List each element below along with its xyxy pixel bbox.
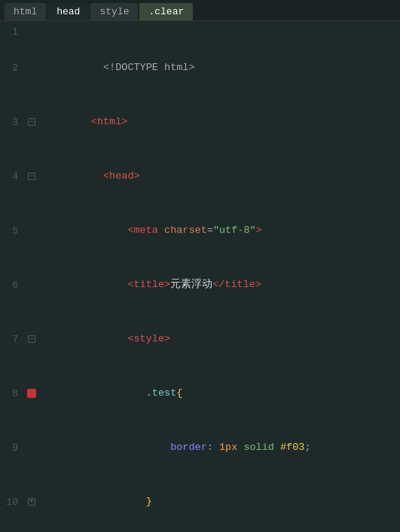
- code-editor: 1 2 <!DOCTYPE html> 3 − <html> 4: [0, 21, 400, 532]
- line-gutter-3: −: [24, 118, 39, 126]
- line-6: 6 <title>元素浮动</title>: [0, 258, 400, 312]
- line-content-10: }: [39, 475, 400, 529]
- tab-clear[interactable]: .clear: [139, 3, 193, 20]
- breakpoint-8[interactable]: [27, 389, 36, 398]
- line-num-1: 1: [0, 26, 24, 38]
- line-2: 2 <!DOCTYPE html>: [0, 41, 400, 95]
- editor-container: html head style .clear 1 2 <!DOCTYPE htm…: [0, 0, 400, 532]
- line-content-11: .test span{: [39, 529, 400, 532]
- fold-icon-4[interactable]: −: [28, 173, 35, 180]
- line-content-7: <style>: [39, 312, 400, 366]
- line-4: 4 − <head>: [0, 149, 400, 203]
- line-num-2: 2: [0, 63, 24, 74]
- line-gutter-10: +: [24, 498, 39, 506]
- line-content-5: <meta charset="utf-8">: [39, 203, 400, 258]
- fold-icon-3[interactable]: −: [28, 118, 35, 126]
- line-gutter-7: −: [24, 335, 39, 343]
- line-content-9: border: 1px solid #f03;: [39, 420, 400, 475]
- line-num-4: 4: [0, 171, 24, 182]
- line-3: 3 − <html>: [0, 95, 400, 149]
- line-content-6: <title>元素浮动</title>: [39, 258, 400, 312]
- line-num-8: 8: [0, 388, 24, 399]
- fold-icon-10[interactable]: +: [28, 498, 35, 506]
- fold-icon-7[interactable]: −: [28, 335, 35, 343]
- line-num-7: 7: [0, 334, 24, 345]
- line-1: 1: [0, 23, 400, 41]
- line-num-9: 9: [0, 442, 24, 454]
- line-10: 10 + }: [0, 475, 400, 529]
- line-num-3: 3: [0, 117, 24, 128]
- tab-bar: html head style .clear: [0, 0, 400, 21]
- line-content-3: <html>: [39, 95, 400, 149]
- line-num-5: 5: [0, 225, 24, 237]
- tab-style[interactable]: style: [90, 3, 138, 20]
- line-num-10: 10: [0, 497, 24, 508]
- line-content-4: <head>: [39, 149, 400, 203]
- line-8: 8 .test{: [0, 366, 400, 420]
- line-7: 7 − <style>: [0, 312, 400, 366]
- line-content-8: .test{: [39, 366, 400, 420]
- line-gutter-8: [24, 389, 39, 398]
- line-11: 11 − .test span{: [0, 529, 400, 532]
- line-content-2: <!DOCTYPE html>: [39, 41, 400, 95]
- tab-html[interactable]: html: [5, 3, 46, 20]
- line-9: 9 border: 1px solid #f03;: [0, 420, 400, 475]
- line-num-6: 6: [0, 280, 24, 291]
- line-5: 5 <meta charset="utf-8">: [0, 203, 400, 258]
- line-gutter-4: −: [24, 173, 39, 180]
- tab-head[interactable]: head: [47, 3, 89, 20]
